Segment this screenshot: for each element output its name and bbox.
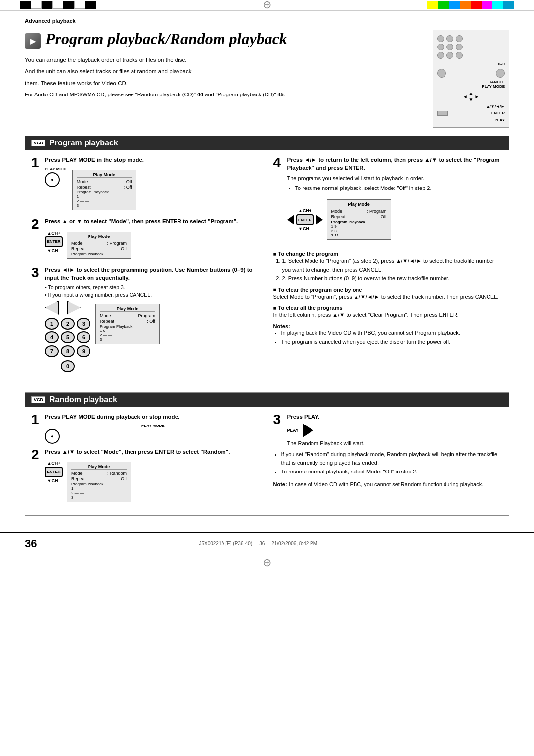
play-mode-circle-1: ● [45,172,60,187]
step-1: 1 Press PLAY MODE in the stop mode. PLAY… [31,156,261,213]
step4-bullet1: To resume normal playback, select Mode: … [295,184,503,193]
remote-diagram: 0–9 CANCELPLAY MODE ◄ ▲ ▼ ► ▲/▼/◄/► [433,30,509,128]
step-2: 2 Press ▲ or ▼ to select "Mode", then pr… [31,217,261,261]
program-playback-section: VCD Program playback 1 Press PLAY MODE i… [25,136,509,382]
play-label: PLAY [287,428,299,433]
title-icon: ▶ [25,33,41,49]
num-btn-7[interactable]: 7 [45,345,59,357]
num-btn-6[interactable]: 6 [77,331,90,343]
change-program-section: To change the program 1. Select Mode to … [273,251,503,283]
num-btn-3[interactable]: 3 [77,318,90,330]
clear-one-section: To clear the program one by one Select M… [273,287,503,301]
title-desc1: You can arrange the playback order of tr… [25,56,421,64]
left-arrow-btn[interactable] [45,301,59,315]
num-btn-2[interactable]: 2 [61,318,75,330]
random-bullet2: To resume normal playback, select Mode: … [281,468,503,476]
page-number: 36 [25,537,37,550]
crosshair-icon: ⊕ [263,0,271,11]
title-desc3: them. These feature works for Video CD. [25,79,421,88]
note-1: In playing back the Video CD with PBC, y… [281,329,503,338]
page-title: Program playback/Random playback [45,30,287,48]
num-btn-8[interactable]: 8 [61,345,75,357]
section-label: Advanced playback [25,18,509,24]
random-playback-section: VCD Random playback 1 Press PLAY MODE du… [25,392,509,516]
num-btn-0[interactable]: 0 [61,360,75,372]
right-arrow-btn[interactable] [67,301,81,315]
title-note: For Audio CD and MP3/WMA CD, please see … [25,92,421,97]
random-bullet1: If you set "Random" during playback mode… [281,450,503,468]
clear-all-section: To clear all the programs In the left co… [273,305,503,319]
num-btn-4[interactable]: 4 [45,331,59,343]
title-desc2: And the unit can also select tracks or f… [25,67,421,76]
random-playback-header: VCD Random playback [25,393,509,407]
play-button[interactable] [303,424,313,437]
play-mode-circle-random: ● [45,429,60,444]
step-4: 4 Press ◄/► to return to the left column… [273,156,503,247]
note-2: The program is canceled when you eject t… [281,338,503,347]
num-btn-5[interactable]: 5 [61,331,75,343]
step-3: 3 Press ◄/► to select the programming po… [31,266,261,372]
change-prog-step2: 2. Press Number buttons (0–9) to overwri… [282,274,503,283]
vcd-badge-random: VCD [31,396,45,403]
num-btn-1[interactable]: 1 [45,318,59,330]
program-playback-header: VCD Program playback [25,136,509,150]
random-step-3: 3 Press PLAY. PLAY The Random Playback w… [273,413,503,446]
notes-section: Notes: In playing back the Video CD with… [273,323,503,346]
vcd-badge: VCD [31,140,45,146]
random-step-2: 2 Press ▲/▼ to select "Mode", then press… [31,448,261,505]
change-prog-step1: 1. Select Mode to "Program" (as step 2),… [282,257,503,274]
footer-center: J5X00221A [E] (P36-40) 36 21/02/2006, 8:… [199,541,317,546]
random-step-1: 1 Press PLAY MODE during playback or sto… [31,413,261,444]
nav-left-arrow[interactable] [287,215,294,225]
bottom-crosshair: ⊕ [263,556,271,569]
num-btn-9[interactable]: 9 [77,345,90,357]
random-note: Note: In case of Video CD with PBC, you … [273,480,503,488]
nav-right-arrow[interactable] [316,215,323,225]
play-mode-label-1: PLAY MODE [45,167,68,171]
